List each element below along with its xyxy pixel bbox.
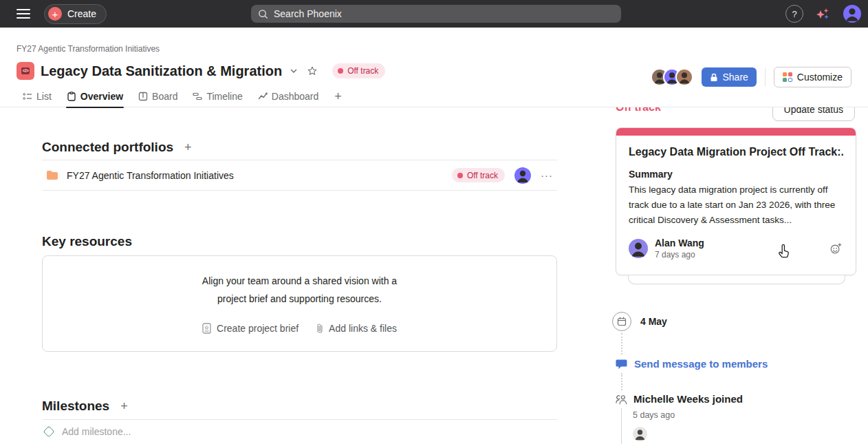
timeline-line — [621, 408, 622, 444]
member-avatar[interactable] — [675, 68, 693, 86]
add-tab-button[interactable]: + — [327, 89, 349, 104]
timeline-icon — [193, 92, 202, 101]
user-avatar[interactable] — [843, 5, 861, 23]
dashboard-icon — [258, 92, 268, 101]
share-button-label: Share — [723, 72, 748, 83]
author-avatar — [629, 239, 648, 258]
tab-label: Dashboard — [272, 91, 319, 102]
portfolio-status-badge: Off track — [452, 168, 505, 182]
customize-grid-icon — [783, 72, 792, 82]
chevron-down-icon — [290, 67, 298, 75]
status-summary-text: This legacy data migration project is cu… — [629, 182, 843, 228]
tab-label: Board — [152, 91, 177, 102]
tab-dashboard[interactable]: Dashboard — [252, 86, 325, 107]
share-button[interactable]: Share — [702, 67, 757, 87]
tab-timeline[interactable]: Timeline — [186, 86, 248, 107]
lock-icon — [710, 73, 718, 82]
tab-overview[interactable]: Overview — [61, 86, 129, 107]
document-icon — [202, 323, 211, 334]
app-window: + Create Search Phoenix ? FY27 A — [0, 0, 868, 444]
add-links-files-label: Add links & files — [329, 323, 397, 334]
status-badge[interactable]: Off track — [332, 63, 385, 78]
global-topbar: + Create Search Phoenix ? — [0, 0, 868, 28]
milestones-heading: Milestones — [42, 399, 109, 414]
folder-icon — [46, 170, 58, 180]
breadcrumb[interactable]: FY27 Agentic Transformation Initiatives — [17, 44, 160, 54]
search-placeholder: Search Phoenix — [274, 8, 342, 19]
key-resources-card: Align your team around a shared vision w… — [42, 255, 557, 352]
status-timestamp: 7 days ago — [655, 250, 704, 260]
portfolio-row[interactable]: FY27 Agentic Transformation Initiatives … — [42, 160, 557, 191]
status-card-stripe — [616, 128, 856, 136]
tab-label: List — [36, 91, 52, 102]
search-input[interactable]: Search Phoenix — [251, 5, 621, 23]
send-message-button[interactable]: Send message to members — [616, 358, 768, 370]
status-panel-heading: Off track — [616, 107, 661, 114]
timeline-connector — [621, 333, 622, 355]
tab-label: Overview — [80, 91, 123, 102]
smiley-plus-icon — [829, 242, 842, 255]
joined-member-avatar — [633, 427, 647, 441]
milestone-diamond-icon — [43, 426, 55, 438]
customize-button[interactable]: Customize — [774, 67, 851, 87]
add-reaction-button[interactable] — [828, 241, 843, 256]
plus-icon: + — [48, 7, 62, 21]
create-project-brief-button[interactable]: Create project brief — [202, 323, 299, 334]
project-icon: </> — [17, 62, 34, 80]
create-button-label: Create — [67, 8, 96, 19]
tab-board[interactable]: Board — [132, 86, 184, 107]
update-status-button[interactable]: Update status — [772, 107, 855, 121]
overview-content: Connected portfolios + FY27 Agentic Tran… — [0, 107, 868, 444]
stacked-card-edge — [628, 275, 845, 284]
paperclip-icon — [316, 323, 323, 334]
send-message-label: Send message to members — [634, 358, 768, 370]
connected-portfolios-heading: Connected portfolios — [42, 140, 173, 155]
members-icon — [616, 394, 627, 405]
author-name: Alan Wang — [655, 237, 704, 249]
create-project-brief-label: Create project brief — [217, 323, 299, 334]
portfolio-more-button[interactable]: ··· — [541, 169, 553, 181]
status-dot — [457, 173, 463, 178]
star-icon — [307, 65, 318, 76]
key-resources-description-line1: Align your team around a shared vision w… — [202, 273, 397, 288]
menu-icon[interactable] — [11, 4, 36, 23]
member-facepile[interactable] — [651, 68, 693, 86]
timeline-connector — [621, 373, 622, 390]
portfolio-owner-avatar — [514, 167, 531, 184]
title-dropdown-chevron[interactable] — [288, 65, 299, 76]
status-badge-label: Off track — [347, 66, 378, 76]
joined-event-row: Michelle Weeks joined — [616, 393, 743, 405]
search-icon — [258, 9, 268, 19]
board-icon — [138, 92, 148, 101]
overview-left-column: Connected portfolios + FY27 Agentic Tran… — [42, 107, 557, 443]
status-summary-label: Summary — [629, 169, 843, 180]
timeline-date-label: 4 May — [640, 316, 667, 327]
portfolio-name: FY27 Agentic Transformation Initiatives — [67, 170, 234, 181]
divider — [765, 68, 766, 86]
add-milestone-row[interactable]: Add milestone... — [42, 420, 557, 443]
chat-bubble-icon — [616, 359, 627, 370]
status-card-title: Legacy Data Migration Project Off Track:… — [629, 146, 843, 158]
tab-list[interactable]: List — [17, 86, 58, 107]
customize-button-label: Customize — [797, 72, 843, 83]
page-title: Legacy Data Sanitization & Migration — [41, 63, 282, 79]
key-resources-description-line2: project brief and supporting resources. — [217, 291, 382, 306]
create-button[interactable]: + Create — [44, 4, 107, 24]
help-button[interactable]: ? — [785, 5, 803, 23]
add-milestone-button[interactable]: + — [119, 399, 129, 414]
portfolio-status-label: Off track — [467, 171, 498, 180]
ai-sparkles-icon[interactable] — [814, 5, 832, 23]
add-links-files-button[interactable]: Add links & files — [316, 323, 397, 334]
status-dot — [338, 68, 343, 74]
favorite-star-button[interactable] — [305, 64, 319, 78]
timeline-date-row: 4 May — [612, 312, 667, 331]
help-icon: ? — [792, 9, 796, 19]
calendar-icon — [612, 312, 631, 331]
status-update-card[interactable]: Legacy Data Migration Project Off Track:… — [616, 127, 856, 275]
tab-label: Timeline — [206, 91, 242, 102]
view-tabs: List Overview Board Timeline — [0, 86, 868, 107]
list-icon — [23, 92, 32, 101]
add-portfolio-button[interactable]: + — [183, 140, 193, 155]
project-header: FY27 Agentic Transformation Initiatives … — [0, 28, 868, 107]
topbar-right: ? — [785, 0, 861, 28]
